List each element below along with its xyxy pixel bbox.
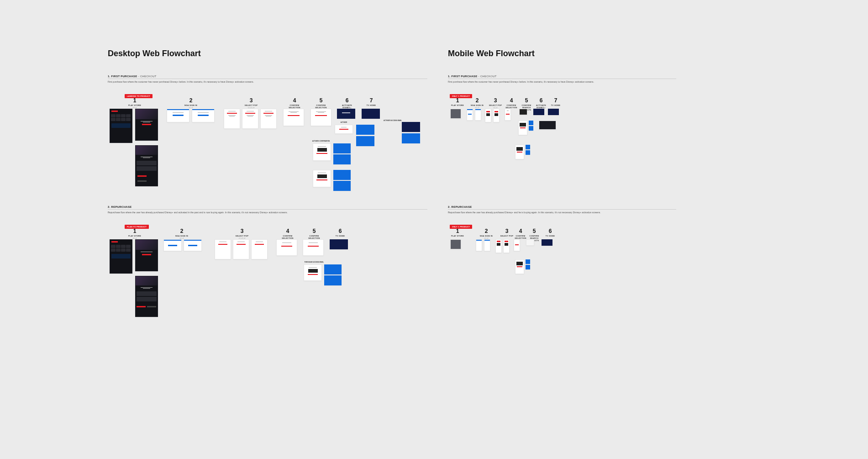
d2-s4 xyxy=(276,239,297,256)
divider xyxy=(108,79,427,79)
desktop-sec2-title: 2. REPURCHASE xyxy=(108,206,427,208)
d2-s3-label: SELECT POP xyxy=(233,235,251,237)
m1-sh6: 6ACTIVATE DISNEY+ xyxy=(534,97,548,109)
d1-s2-screen-b xyxy=(192,109,215,122)
d1-confirm-blue-2 xyxy=(333,154,351,164)
d1-step6-label: ACTIVATE DISNEY+ xyxy=(338,104,356,109)
m2-sh1: 1PLAY STORE xyxy=(451,228,464,237)
d1-s6-screen xyxy=(337,109,355,119)
m2-n2: 2 xyxy=(479,228,493,234)
d1-s3-screen-c xyxy=(260,109,277,129)
m2-sub-b1 xyxy=(526,259,530,264)
m2-p3b xyxy=(503,239,510,253)
m1-n6: 6 xyxy=(534,97,548,104)
m1-l6: ACTIVATE DISNEY+ xyxy=(534,104,548,109)
m2-l1: PLAY STORE xyxy=(451,235,464,237)
m2-p2a xyxy=(476,239,482,251)
d1-sub-blue-1 xyxy=(356,125,374,135)
d1-email-navy xyxy=(402,122,420,132)
d1-step2-head: 2 NGA SIGN IN v1 | v2 xyxy=(182,97,200,109)
d2-email-blue1 xyxy=(324,264,342,274)
d1-step7-num: 7 xyxy=(362,97,380,104)
d1-step7-head: 7 TV HOME xyxy=(362,97,380,106)
m2-p4 xyxy=(514,239,520,251)
d1-s5-screen xyxy=(310,109,331,126)
d1-step6-head: 6 ACTIVATE DISNEY+ xyxy=(338,97,356,109)
m2-n4: 4 xyxy=(514,228,527,234)
m1-sub1-b1 xyxy=(529,121,533,125)
d2-s6-label: TV HOME xyxy=(331,235,349,237)
m1-sh2: 2NGA SIGN INv1 | v2 xyxy=(470,97,484,109)
d1-confirm-blue-4 xyxy=(333,181,351,191)
mobile-sec2-title: 2. REPURCHASE xyxy=(448,206,676,208)
m1-t-s: - CHECKOUT xyxy=(477,75,496,78)
d2-s5-label: CONFIRM SELECTION xyxy=(305,235,323,239)
divider xyxy=(108,209,427,210)
m2-p2b xyxy=(484,239,490,251)
desktop-title: Desktop Web Flowchart xyxy=(108,49,201,58)
d1-step2-label: NGA SIGN IN xyxy=(182,104,200,106)
m1-sh3: 3SELECT POPv1 | v2 xyxy=(489,97,502,109)
m1-n2: 2 xyxy=(470,97,484,104)
m1-sh4: 4CONFIRM SELECTION xyxy=(505,97,518,109)
flowchart-canvas[interactable]: Desktop Web Flowchart 1. FIRST PURCHASE … xyxy=(0,0,868,459)
desktop-sec2-desc: Repurchase flow where the user has alrea… xyxy=(108,211,427,214)
desktop-sec1-header: 1. FIRST PURCHASE - CHECKOUT First purch… xyxy=(108,75,427,84)
m2-p3a xyxy=(495,239,502,253)
m2-sub xyxy=(515,259,524,274)
desktop-sec2-header: 2. REPURCHASE Repurchase flow where the … xyxy=(108,206,427,214)
d2-s5-num: 5 xyxy=(305,228,323,234)
d2-s2-label: NGA SIGN IN xyxy=(173,235,191,237)
d2-s3-b xyxy=(233,239,249,259)
m1-p4 xyxy=(505,109,511,121)
divider xyxy=(448,79,676,79)
m1-sub1-dark xyxy=(539,121,556,130)
d2-s3-a xyxy=(215,239,231,259)
d1-activate-label: ACTIVATE xyxy=(335,121,353,123)
m1-n1: 1 xyxy=(451,97,464,104)
m1-sh7: 7TV HOME xyxy=(549,97,563,106)
m1-l2: NGA SIGN IN xyxy=(470,104,484,106)
d1-step3-label: SELECT POP xyxy=(242,104,260,106)
d2-s2-num: 2 xyxy=(173,228,191,234)
d2-s1-b xyxy=(135,239,158,271)
d1-step7-label: TV HOME xyxy=(362,104,380,106)
d2-s3-num: 3 xyxy=(233,228,251,234)
d1-step4-label: CONFIRM SELECTION xyxy=(285,104,304,109)
m1-p5-dark xyxy=(519,109,527,115)
mobile-sec2-header: 2. REPURCHASE Repurchase flow where the … xyxy=(448,206,676,214)
d2-s6 xyxy=(330,239,348,249)
m2-n3: 3 xyxy=(500,228,514,234)
d2-step2-head: 2 NGA SIGN IN v1 | v2 xyxy=(173,228,191,239)
d1-step6-num: 6 xyxy=(338,97,356,104)
d1-email-label: ACTIVATE SUCCESS EMAIL xyxy=(379,120,406,121)
d2-s6-num: 6 xyxy=(331,228,349,234)
d2-s1-c xyxy=(135,276,158,317)
desktop-sec1-desc: First purchase flow where the customer h… xyxy=(108,80,427,84)
m2-t-b: 2. REPURCHASE xyxy=(448,206,472,208)
m1-l1: PLAY STORE xyxy=(451,104,464,106)
d1-step5-label: CONFIRM SELECTION xyxy=(312,104,330,109)
d1-step3-head: 3 SELECT POP v1 | v2 | v3 xyxy=(242,97,260,109)
m2-desc: Repurchase flow where the user has alrea… xyxy=(448,211,676,214)
d2-s4-label: CONFIRM SELECTION xyxy=(279,235,297,239)
desktop-sec1-title: 1. FIRST PURCHASE - CHECKOUT xyxy=(108,75,427,78)
m1-desc: First purchase flow where the customer h… xyxy=(448,80,676,84)
d1-confirm-screen-1 xyxy=(313,143,331,161)
m1-sub2-b2 xyxy=(526,150,530,155)
d2-s1-num: 1 xyxy=(126,228,144,234)
d1-s3-screen-b xyxy=(242,109,258,129)
d1-step1-label: PLAY STORE xyxy=(126,104,144,106)
d2-s2-a xyxy=(163,239,182,251)
d1-step5-num: 5 xyxy=(312,97,330,104)
d1-confirm-blue-1 xyxy=(333,143,351,153)
m2-sh3: 3SELECT POP xyxy=(500,228,514,237)
mobile-sec1-header: 1. FIRST PURCHASE - CHECKOUT First purch… xyxy=(448,75,676,84)
m2-sh4: 4CONFIRM SELECTION xyxy=(514,228,527,239)
d2-s1-label: PLAY STORE xyxy=(126,235,144,237)
m2-n6: 6 xyxy=(543,228,557,234)
m2-sub-b2 xyxy=(526,265,530,269)
m2-n1: 1 xyxy=(451,228,464,234)
d2-email-blue2 xyxy=(324,275,342,285)
d2-step6-head: 6 TV HOME xyxy=(331,228,349,237)
